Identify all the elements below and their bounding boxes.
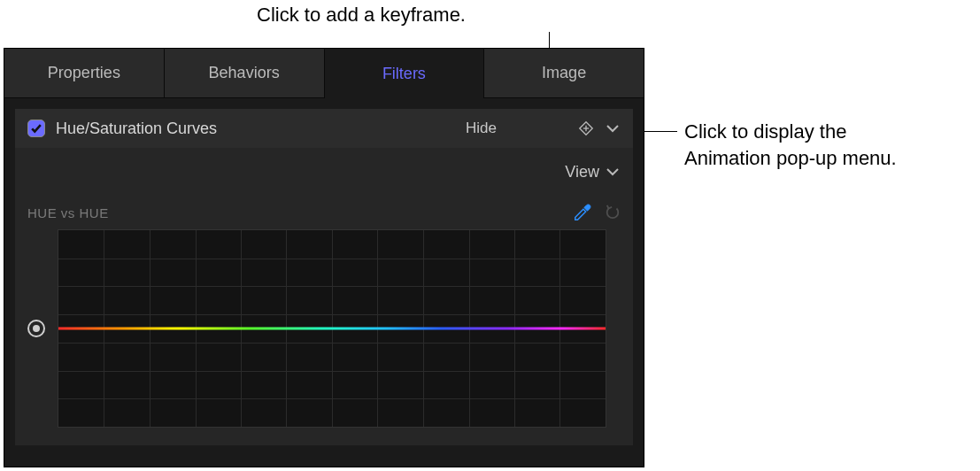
- tab-image[interactable]: Image: [484, 49, 644, 98]
- view-menu-row: View: [27, 157, 621, 187]
- inspector-tabs: Properties Behaviors Filters Image: [4, 49, 644, 98]
- filter-header-bar: Hue/Saturation Curves Hide: [15, 109, 633, 148]
- tab-behaviors[interactable]: Behaviors: [165, 49, 325, 98]
- annotation-add-keyframe: Click to add a keyframe.: [257, 4, 466, 27]
- inspector-panel: Properties Behaviors Filters Image Hue/S…: [4, 48, 644, 467]
- tab-properties[interactable]: Properties: [4, 49, 165, 98]
- view-menu-chevron-icon[interactable]: [605, 164, 621, 180]
- master-control-point[interactable]: [27, 320, 45, 337]
- filter-enable-checkbox[interactable]: [27, 120, 45, 137]
- view-menu[interactable]: View: [565, 163, 599, 181]
- annotation-line-2: Animation pop-up menu.: [684, 145, 897, 172]
- hide-button[interactable]: Hide: [466, 120, 497, 137]
- filter-title: Hue/Saturation Curves: [56, 120, 466, 138]
- animation-menu-chevron-icon[interactable]: [605, 120, 621, 136]
- annotation-animation-menu: Click to display the Animation pop-up me…: [684, 119, 897, 172]
- tab-filters[interactable]: Filters: [325, 49, 485, 98]
- annotation-line-1: Click to display the: [684, 119, 897, 145]
- curve-tools: [573, 203, 621, 222]
- filter-body: View HUE vs HUE: [15, 148, 633, 445]
- curve-label-row: HUE vs HUE: [27, 203, 621, 222]
- hue-curve-grid[interactable]: [58, 229, 606, 428]
- curve-editor-area: [27, 229, 621, 428]
- curve-name-label: HUE vs HUE: [27, 205, 109, 220]
- add-keyframe-icon[interactable]: [576, 119, 596, 138]
- eyedropper-icon[interactable]: [573, 203, 592, 222]
- reset-curve-icon[interactable]: [605, 205, 621, 220]
- hue-curve-line[interactable]: [58, 328, 606, 330]
